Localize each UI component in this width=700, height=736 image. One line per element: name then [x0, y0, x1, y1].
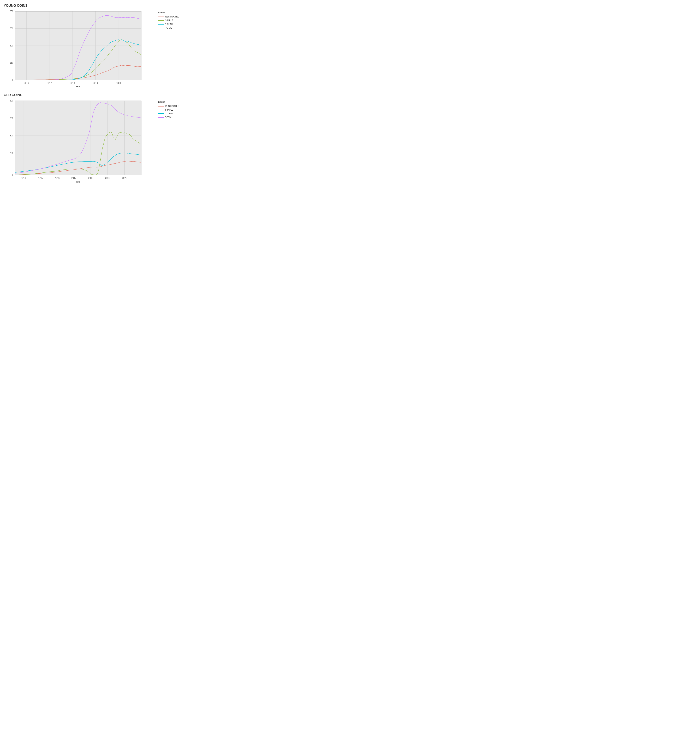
legend-label-total-old: TOTAL: [165, 116, 172, 119]
x-label-2018-old: 2018: [88, 177, 93, 179]
legend-label-1cent-old: 1 CENT: [165, 112, 173, 115]
legend-item-1cent-old: 1 CENT: [158, 112, 182, 115]
y-label-250: 250: [10, 62, 13, 64]
x-axis-title-old: Year: [76, 180, 81, 183]
y-label-1000: 1000: [8, 10, 13, 13]
x-label-2017-old: 2017: [71, 177, 76, 179]
legend-line-total-old: [158, 117, 163, 118]
legend-line-simple-young: [158, 20, 163, 21]
legend-item-restricted-young: RESTRICTED: [158, 15, 182, 18]
legend-line-total-young: [158, 28, 163, 28]
page-container: YOUNG COINS: [4, 4, 182, 184]
young-coins-chart-area: YOUNG COINS: [4, 4, 154, 88]
legend-label-total-young: TOTAL: [165, 26, 172, 29]
x-label-2020: 2020: [116, 82, 121, 84]
legend-label-restricted-old: RESTRICTED: [165, 105, 179, 107]
legend-label-simple-old: SIMPLE: [165, 109, 173, 111]
x-label-2017: 2017: [47, 82, 52, 84]
y-label-0-old: 0: [12, 174, 13, 176]
old-coins-section: OLD COINS: [4, 93, 182, 184]
y-label-0: 0: [12, 79, 13, 81]
legend-line-restricted-young: [158, 16, 163, 17]
legend-label-restricted-young: RESTRICTED: [165, 15, 179, 18]
young-coins-title: YOUNG COINS: [4, 4, 154, 7]
y-label-800-old: 800: [10, 100, 13, 102]
legend-young-title: Series: [158, 11, 182, 14]
plot-bg-old: [15, 101, 141, 175]
legend-line-1cent-young: [158, 24, 163, 25]
x-label-2015-old: 2015: [38, 177, 43, 179]
young-coins-section: YOUNG COINS: [4, 4, 182, 88]
x-label-2016: 2016: [24, 82, 29, 84]
legend-line-1cent-old: [158, 113, 163, 114]
x-axis-title-young: Year: [76, 85, 81, 88]
y-label-400-old: 400: [10, 134, 13, 137]
x-label-2018: 2018: [70, 82, 75, 84]
old-coins-svg: 800 600 400 200 0 2014 2015 2016 2017 20…: [4, 99, 149, 184]
young-coins-svg: 1000 750 500 250 0 2016 2017 2018 2019 2…: [4, 9, 149, 88]
old-coins-chart-area: OLD COINS: [4, 93, 154, 184]
legend-item-simple-young: SIMPLE: [158, 19, 182, 22]
legend-item-restricted-old: RESTRICTED: [158, 105, 182, 107]
y-label-200-old: 200: [10, 152, 13, 154]
legend-line-simple-old: [158, 110, 163, 110]
legend-item-total-young: TOTAL: [158, 26, 182, 29]
legend-item-total-old: TOTAL: [158, 116, 182, 119]
y-label-750: 750: [10, 27, 13, 30]
legend-item-simple-old: SIMPLE: [158, 109, 182, 111]
legend-line-restricted-old: [158, 106, 163, 106]
legend-young: Series RESTRICTED SIMPLE 1 CENT TOTAL: [154, 4, 182, 30]
legend-label-1cent-young: 1 CENT: [165, 23, 173, 25]
x-label-2016-old: 2016: [54, 177, 60, 179]
x-label-2014-old: 2014: [21, 177, 26, 179]
y-label-500: 500: [10, 44, 13, 47]
old-coins-title: OLD COINS: [4, 93, 154, 97]
y-label-600-old: 600: [10, 117, 13, 119]
legend-old: Series RESTRICTED SIMPLE 1 CENT TOTAL: [154, 93, 182, 120]
x-label-2019-old: 2019: [105, 177, 110, 179]
x-label-2019: 2019: [93, 82, 98, 84]
x-label-2020-old: 2020: [122, 177, 127, 179]
legend-old-title: Series: [158, 101, 182, 103]
legend-item-1cent-young: 1 CENT: [158, 23, 182, 25]
legend-label-simple-young: SIMPLE: [165, 19, 173, 22]
